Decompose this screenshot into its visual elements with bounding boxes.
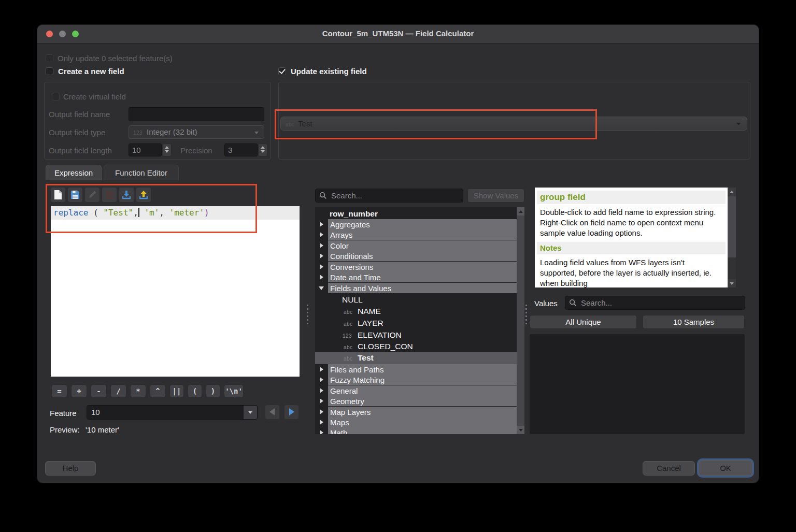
operator-close-paren-button[interactable]: ) — [206, 384, 220, 398]
ok-button[interactable]: OK — [699, 460, 752, 476]
tree-group-arrays[interactable]: Arrays — [315, 229, 524, 240]
expand-icon — [320, 275, 323, 280]
new-expression-button[interactable] — [51, 188, 65, 202]
tree-group-geometry[interactable]: Geometry — [315, 396, 524, 406]
all-unique-button[interactable]: All Unique — [530, 315, 637, 329]
help-body-text: Double-click to add field name to expres… — [537, 207, 726, 238]
tree-item-null[interactable]: NULL — [315, 294, 524, 306]
scroll-up-button[interactable] — [517, 207, 524, 215]
cancel-button[interactable]: Cancel — [643, 461, 695, 476]
operator-plus-button[interactable]: + — [71, 384, 87, 398]
output-field-length-stepper[interactable] — [162, 143, 172, 156]
operator-power-button[interactable]: ^ — [150, 384, 166, 398]
operator-divide-button[interactable]: / — [110, 384, 126, 398]
operator-equals-button[interactable]: = — [51, 384, 67, 398]
title-bar[interactable]: Contour_5m_UTM53N — Field Calculator — [37, 25, 759, 44]
scroll-down-button[interactable] — [728, 279, 736, 287]
expression-editor[interactable]: replace ( "Test", 'm', 'meter') — [51, 206, 300, 377]
tree-group-maps[interactable]: Maps — [315, 417, 524, 427]
tree-scrollbar[interactable] — [517, 207, 524, 434]
tree-group-fuzzy-matching[interactable]: Fuzzy Matching — [315, 375, 524, 385]
tree-group-date-and-time[interactable]: Date and Time — [315, 272, 524, 282]
tree-group-conversions[interactable]: Conversions — [315, 262, 524, 272]
next-feature-button[interactable] — [285, 405, 298, 419]
feature-selector[interactable] — [87, 405, 258, 420]
tree-group-aggregates[interactable]: Aggregates — [315, 219, 524, 229]
feature-label: Feature — [50, 409, 77, 418]
operator-newline-button[interactable]: '\n' — [224, 384, 244, 398]
show-values-button[interactable]: Show Values — [467, 189, 524, 203]
function-search-box[interactable] — [315, 189, 463, 203]
tree-item-elevation[interactable]: 123 ELEVATION — [315, 329, 524, 341]
previous-feature-button[interactable] — [265, 405, 279, 419]
feature-value-input[interactable] — [90, 407, 237, 417]
expression-function-token: replace — [53, 208, 88, 218]
export-expression-button[interactable] — [136, 188, 151, 202]
feature-dropdown-button[interactable] — [244, 406, 257, 419]
create-virtual-field-checkbox[interactable] — [52, 93, 60, 100]
update-existing-field-label: Update existing field — [291, 67, 367, 76]
expression-close-paren: ) — [204, 208, 209, 218]
collapse-icon — [319, 286, 324, 290]
ten-samples-button[interactable]: 10 Samples — [643, 315, 745, 329]
text-type-icon: abc — [286, 122, 295, 127]
tree-group-general[interactable]: General — [315, 385, 524, 396]
scroll-down-button[interactable] — [517, 426, 524, 434]
function-tree[interactable]: row_number Aggregates Arrays Color Condi… — [315, 207, 524, 434]
help-notes-title: Notes — [540, 243, 562, 252]
search-icon — [319, 192, 327, 199]
expression-comma: , — [159, 208, 169, 218]
values-label: Values — [534, 299, 558, 308]
tree-group-math[interactable]: Math — [315, 427, 524, 434]
download-arrow-icon — [121, 190, 132, 200]
help-button[interactable]: Help — [45, 461, 96, 476]
precision-stepper[interactable] — [258, 143, 267, 156]
update-existing-field-checkbox[interactable] — [278, 67, 286, 75]
save-expression-button[interactable] — [68, 188, 82, 202]
expression-comma: , — [133, 208, 138, 218]
operator-open-paren-button[interactable]: ( — [188, 384, 202, 398]
tree-item-test-selected[interactable]: abc Test — [315, 352, 524, 364]
create-new-field-checkbox[interactable] — [46, 67, 53, 75]
function-search-input[interactable] — [330, 191, 459, 200]
splitter-handle-left[interactable] — [307, 305, 308, 326]
expression-code-line[interactable]: replace ( "Test", 'm', 'meter') — [51, 206, 300, 220]
tab-function-editor[interactable]: Function Editor — [104, 165, 179, 180]
precision-input[interactable] — [224, 143, 258, 156]
existing-field-dropdown[interactable]: abc Test — [280, 117, 747, 131]
scroll-up-button[interactable] — [728, 188, 736, 196]
tab-expression[interactable]: Expression — [46, 165, 102, 180]
import-expression-button[interactable] — [119, 188, 134, 202]
text-type-icon: abc — [344, 356, 353, 362]
step-up-icon — [165, 146, 169, 149]
existing-field-groupbox: abc Test — [278, 82, 750, 160]
number-type-icon: 123 — [343, 333, 352, 339]
delete-expression-button[interactable] — [102, 188, 117, 202]
tree-item-row-number[interactable]: row_number — [315, 208, 524, 219]
pencil-icon — [88, 190, 97, 199]
tree-group-files-and-paths[interactable]: Files and Paths — [315, 364, 524, 375]
edit-expression-button[interactable] — [85, 188, 100, 202]
tree-group-fields-and-values[interactable]: Fields and Values — [315, 283, 524, 293]
values-search-input[interactable] — [580, 298, 741, 308]
output-field-type-dropdown[interactable]: 123 Integer (32 bit) — [129, 125, 264, 139]
tree-item-name[interactable]: abc NAME — [315, 306, 524, 317]
upload-arrow-icon — [138, 190, 149, 200]
tree-group-color[interactable]: Color — [315, 240, 524, 251]
scrollbar-thumb[interactable] — [728, 196, 736, 257]
operator-minus-button[interactable]: - — [91, 384, 107, 398]
operator-concat-button[interactable]: || — [169, 384, 184, 398]
values-search-box[interactable] — [565, 296, 745, 310]
operator-multiply-button[interactable]: * — [130, 384, 146, 398]
only-update-selected-checkbox[interactable] — [46, 54, 53, 62]
values-list[interactable] — [530, 334, 745, 434]
help-title-band: group field — [537, 191, 726, 204]
output-field-name-input[interactable] — [129, 107, 264, 121]
splitter-handle-right[interactable] — [525, 305, 527, 326]
output-field-length-input[interactable] — [129, 143, 162, 156]
help-title: group field — [540, 192, 586, 202]
tree-group-map-layers[interactable]: Map Layers — [315, 407, 524, 417]
tree-group-conditionals[interactable]: Conditionals — [315, 251, 524, 261]
tree-item-layer[interactable]: abc LAYER — [315, 318, 524, 329]
tree-item-closed-con[interactable]: abc CLOSED_CON — [315, 341, 524, 352]
